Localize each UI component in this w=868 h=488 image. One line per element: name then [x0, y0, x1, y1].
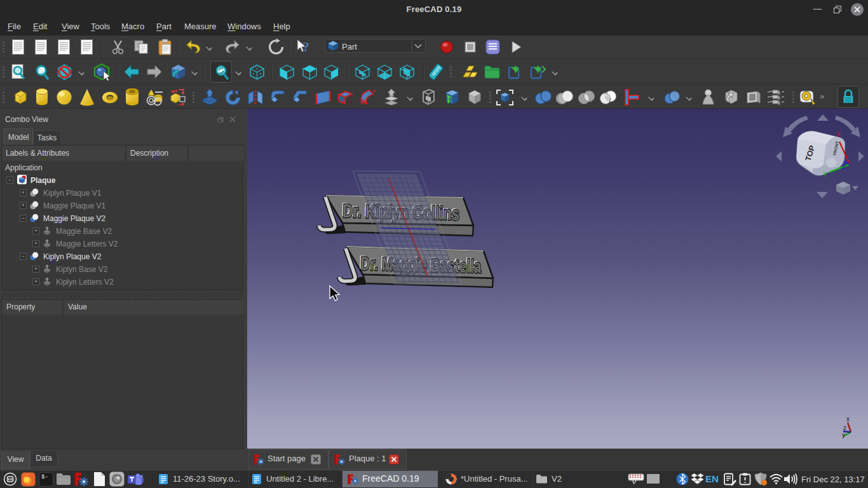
svg-text:x: x	[846, 416, 850, 423]
svg-text:X: X	[836, 130, 841, 138]
svg-text:Y: Y	[823, 170, 828, 178]
svg-text:y: y	[842, 431, 845, 438]
svg-text:$-: $-	[41, 474, 48, 480]
svg-text:Z: Z	[841, 163, 846, 171]
svg-text:z: z	[843, 424, 846, 431]
